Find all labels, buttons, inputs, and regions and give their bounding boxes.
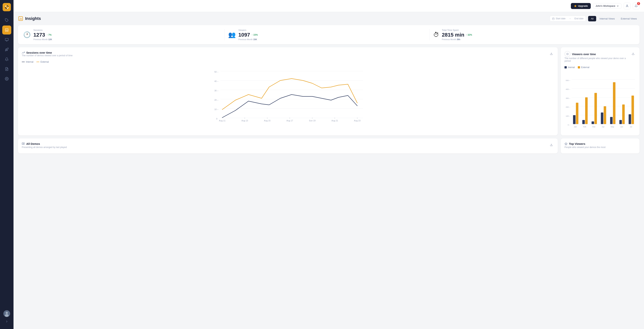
time-spent-prev: Previous Month 36h	[442, 38, 472, 40]
sessions-value-row: 1273 ↑ 7%	[34, 32, 52, 38]
sidebar-logo[interactable]	[3, 3, 11, 11]
end-date-input[interactable]: End date	[572, 16, 586, 21]
all-demos-title: All Demos	[22, 142, 67, 145]
svg-rect-11	[552, 18, 554, 20]
all-demos-download[interactable]	[549, 142, 554, 148]
viewers-chart-subtitle: The number of different people who viewe…	[564, 57, 631, 62]
viewers-value: 1097	[238, 32, 250, 38]
viewers-chart-download[interactable]	[631, 51, 636, 56]
time-spent-value: 2815 min	[442, 32, 464, 38]
svg-text:10 –: 10 –	[214, 108, 218, 110]
date-arrow: →	[568, 16, 572, 21]
bottom-grid: All Demos Presenting all demos arranged …	[18, 138, 640, 154]
svg-rect-2	[5, 38, 8, 41]
upgrade-label: Upgrade	[578, 4, 588, 7]
sessions-prev: Previous Month 12K	[34, 38, 52, 40]
download-icon	[550, 52, 553, 55]
viewers-icon: 👥	[228, 31, 236, 38]
sidebar-item-tags[interactable]	[2, 16, 11, 25]
top-viewers-header: Top Viewers People who viewed your demos…	[564, 142, 636, 148]
viewers-chart-svg: 0 – 100 – 200 – 300 – 400 – 500 –	[564, 71, 636, 131]
sessions-details: Sessions 1273 ↑ 7% Previous Month 12K	[34, 29, 52, 40]
workspace-selector[interactable]: John's Workspace	[593, 3, 622, 9]
sessions-chart-download[interactable]	[549, 51, 554, 56]
sidebar-item-rocket[interactable]	[2, 45, 11, 54]
eye-icon	[566, 53, 569, 55]
svg-text:300 –: 300 –	[566, 97, 570, 99]
viewers-chart-header: Viewers over time The number of differen…	[564, 51, 636, 65]
svg-text:Mar: Mar	[592, 126, 596, 128]
svg-text:Jun: Jun	[620, 126, 623, 128]
svg-marker-77	[23, 143, 24, 144]
legend-internal-label: Internal	[26, 60, 34, 63]
viewers-bar-chart: 0 – 100 – 200 – 300 – 400 – 500 –	[564, 71, 636, 132]
main-content: Upgrade John's Workspace 2 Insights	[14, 0, 644, 329]
stat-sessions: 🕐 Sessions 1273 ↑ 7% Previous Month 12K	[23, 29, 224, 40]
stat-time-spent: ⏱ Total Time Spent 2815 min ↑ 32% Previo…	[430, 29, 634, 40]
svg-text:Apr: Apr	[602, 126, 604, 128]
upgrade-button[interactable]: Upgrade	[571, 3, 591, 9]
viewers-change: ↑ 15%	[252, 34, 258, 36]
sidebar-item-demos[interactable]	[2, 35, 11, 44]
viewers-chart-card: Viewers over time The number of differen…	[561, 47, 640, 136]
sidebar-item-notifications[interactable]	[2, 55, 11, 64]
svg-rect-64	[601, 112, 603, 124]
svg-text:500 –: 500 –	[566, 79, 570, 82]
tab-internal-views[interactable]: Internal Views	[597, 16, 617, 22]
start-date-input[interactable]: Start date	[550, 16, 568, 21]
viewers-legend-internal: Inernal	[564, 66, 575, 69]
sidebar-nav	[0, 16, 14, 309]
top-viewers-subtitle: People who viewed your demos the most	[564, 146, 606, 148]
sessions-value: 1273	[34, 32, 45, 38]
sessions-legend: Internal External	[22, 60, 554, 63]
svg-rect-59	[585, 97, 588, 124]
page-header: Insights Start date → End date All Inter…	[18, 16, 640, 22]
svg-text:0: 0	[216, 118, 217, 120]
top-viewers-title-text: Top Viewers	[569, 142, 585, 145]
legend-external-label: External	[40, 60, 49, 63]
svg-point-9	[626, 5, 628, 6]
svg-text:Jan: Jan	[574, 126, 577, 128]
page-title-row: Insights	[18, 16, 41, 21]
svg-rect-67	[610, 117, 612, 124]
viewers-legend-external-dot	[578, 66, 580, 68]
svg-text:Aug 23: Aug 23	[354, 120, 361, 122]
all-demos-card: All Demos Presenting all demos arranged …	[18, 138, 558, 154]
svg-text:Aug 11: Aug 11	[219, 120, 226, 122]
svg-rect-71	[622, 104, 625, 124]
user-profile-button[interactable]	[624, 3, 630, 10]
legend-external: External	[36, 60, 49, 63]
legend-internal: Internal	[22, 60, 34, 63]
sessions-chart-subtitle: The number of demos viewed over a period…	[22, 54, 72, 57]
time-spent-details: Total Time Spent 2815 min ↑ 32% Previous…	[442, 29, 472, 40]
sessions-chart-card: Sessions over time The number of demos v…	[18, 47, 558, 136]
user-avatar[interactable]	[4, 310, 10, 317]
svg-rect-58	[582, 120, 585, 124]
sidebar-collapse-arrow[interactable]	[4, 318, 10, 324]
date-range-picker[interactable]: Start date → End date	[550, 16, 586, 22]
tab-external-views[interactable]: External Views	[618, 16, 640, 22]
svg-point-8	[5, 314, 9, 317]
svg-text:50 –: 50 –	[214, 71, 218, 73]
time-spent-label: Total Time Spent	[442, 29, 472, 32]
notifications-button[interactable]: 2	[633, 3, 640, 10]
svg-text:Aug 15: Aug 15	[264, 120, 270, 122]
sessions-line-chart: 0 10 – 20 – 30 – 40 – 50 –	[22, 66, 554, 122]
sidebar-item-insights[interactable]	[2, 26, 11, 34]
svg-text:Feb: Feb	[583, 126, 586, 128]
all-demos-subtitle: Presenting all demos arranged by last pl…	[22, 146, 67, 148]
svg-rect-62	[594, 93, 597, 124]
time-spent-change: ↑ 32%	[466, 34, 472, 36]
legend-external-line	[36, 62, 40, 62]
svg-text:May: May	[611, 126, 614, 128]
tab-all[interactable]: All	[588, 16, 596, 22]
svg-point-7	[6, 312, 8, 314]
viewers-legend-internal-label: Inernal	[568, 66, 575, 69]
sidebar-item-settings[interactable]	[2, 74, 11, 83]
sidebar-item-docs[interactable]	[2, 64, 11, 74]
time-spent-icon: ⏱	[433, 31, 439, 38]
svg-text:20 –: 20 –	[214, 99, 218, 101]
svg-point-5	[6, 78, 7, 79]
start-date-placeholder: Start date	[556, 17, 566, 20]
svg-text:100 –: 100 –	[566, 115, 570, 117]
